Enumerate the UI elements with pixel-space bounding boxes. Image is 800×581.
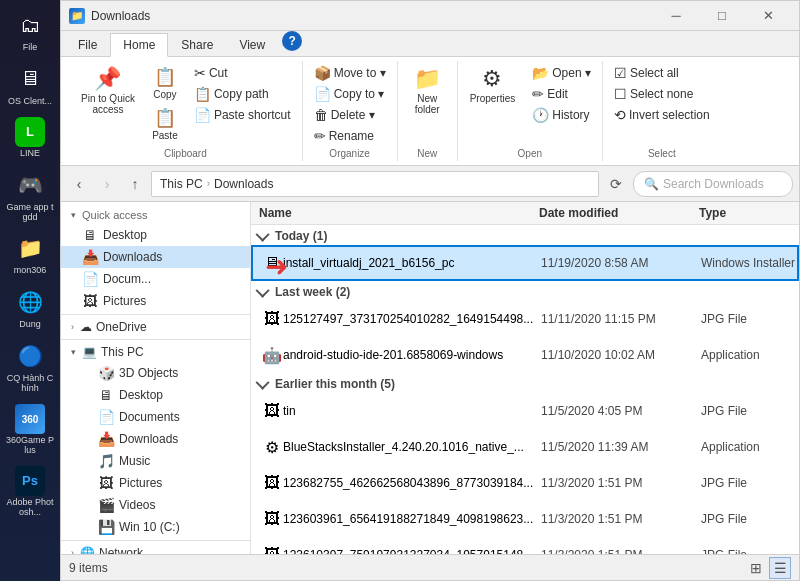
sidebar-item-3d-objects[interactable]: 🎲 3D Objects bbox=[61, 362, 250, 384]
file-row-virtualdj[interactable]: 🖥 install_virtualdj_2021_b6156_pc 11/19/… bbox=[251, 245, 799, 281]
sidebar-item-pictures[interactable]: 🖼 Pictures bbox=[61, 290, 250, 312]
forward-button[interactable]: › bbox=[95, 172, 119, 196]
sidebar-item-desktop[interactable]: 🖥 Desktop bbox=[61, 224, 250, 246]
copy-path-button[interactable]: 📋 Copy path bbox=[189, 84, 296, 104]
address-path[interactable]: This PC › Downloads bbox=[151, 171, 599, 197]
file-row-bluestacks[interactable]: ⚙ BlueStacksInstaller_4.240.20.1016_nati… bbox=[251, 429, 799, 465]
edit-label: Edit bbox=[547, 87, 568, 101]
tab-view[interactable]: View bbox=[226, 33, 278, 56]
mon306-icon: 📁 bbox=[14, 232, 46, 264]
properties-button[interactable]: ⚙ Properties bbox=[464, 63, 522, 107]
help-button[interactable]: ? bbox=[282, 31, 302, 51]
img2-name: 123682755_462662568043896_8773039184... bbox=[283, 476, 541, 490]
android-studio-name: android-studio-ide-201.6858069-windows bbox=[283, 348, 541, 362]
move-to-button[interactable]: 📦 Move to ▾ bbox=[309, 63, 391, 83]
view-details-button[interactable]: ☰ bbox=[769, 557, 791, 579]
group-earlier-month: Earlier this month (5) bbox=[251, 373, 799, 393]
edit-button[interactable]: ✏ Edit bbox=[527, 84, 596, 104]
onedrive-header[interactable]: › ☁ OneDrive bbox=[61, 317, 250, 337]
file-row-tin[interactable]: 🖼 tin 11/5/2020 4:05 PM JPG File 29 K bbox=[251, 393, 799, 429]
minimize-button[interactable]: ─ bbox=[653, 1, 699, 31]
search-icon: 🔍 bbox=[644, 177, 659, 191]
paste-button[interactable]: 📋 Paste bbox=[145, 104, 185, 144]
column-date[interactable]: Date modified bbox=[539, 206, 699, 220]
open-label: Open ▾ bbox=[552, 66, 591, 80]
copy-icon: 📋 bbox=[154, 66, 176, 88]
sidebar-label-desktop: Desktop bbox=[103, 228, 242, 242]
open-button[interactable]: 📂 Open ▾ bbox=[527, 63, 596, 83]
organize-group-label: Organize bbox=[329, 146, 370, 159]
breadcrumb-item-this-pc[interactable]: This PC bbox=[160, 177, 203, 191]
sidebar-item-music[interactable]: 🎵 Music bbox=[61, 450, 250, 472]
taskbar-item-line[interactable]: L LINE bbox=[3, 113, 57, 163]
copy-path-label: Copy path bbox=[214, 87, 269, 101]
taskbar-item-mon306[interactable]: 📁 mon306 bbox=[3, 228, 57, 280]
file-row-img2[interactable]: 🖼 123682755_462662568043896_8773039184..… bbox=[251, 465, 799, 501]
clipboard-group-label: Clipboard bbox=[164, 146, 207, 159]
quick-access-label: Quick access bbox=[82, 209, 147, 221]
paste-shortcut-button[interactable]: 📄 Paste shortcut bbox=[189, 105, 296, 125]
rename-icon: ✏ bbox=[314, 128, 326, 144]
this-pc-header[interactable]: ▾ 💻 This PC bbox=[61, 342, 250, 362]
sidebar-item-pictures2[interactable]: 🖼 Pictures bbox=[61, 472, 250, 494]
file-row-img4[interactable]: 🖼 123610397_759197931327034_1957915148..… bbox=[251, 537, 799, 554]
taskbar-label-adobe: Adobe Photosh... bbox=[5, 498, 55, 518]
new-buttons: 📁 Newfolder bbox=[407, 63, 447, 146]
refresh-button[interactable]: ⟳ bbox=[603, 171, 629, 197]
view-buttons: ⊞ ☰ bbox=[745, 557, 791, 579]
maximize-button[interactable]: □ bbox=[699, 1, 745, 31]
tin-type: JPG File bbox=[701, 404, 799, 418]
sidebar-item-videos[interactable]: 🎬 Videos bbox=[61, 494, 250, 516]
copy-button[interactable]: 📋 Copy bbox=[145, 63, 185, 103]
sidebar-item-documents2[interactable]: 📄 Documents bbox=[61, 406, 250, 428]
tab-file[interactable]: File bbox=[65, 33, 110, 56]
taskbar-item-cqhc[interactable]: 🔵 CQ Hành Chính bbox=[3, 336, 57, 398]
view-list-button[interactable]: ⊞ bbox=[745, 557, 767, 579]
taskbar-label-mon306: mon306 bbox=[14, 266, 47, 276]
taskbar-item-osclient[interactable]: 🖥 OS Clent... bbox=[3, 59, 57, 111]
search-box[interactable]: 🔍 Search Downloads bbox=[633, 171, 793, 197]
breadcrumb-item-downloads[interactable]: Downloads bbox=[214, 177, 273, 191]
taskbar-item-adobe[interactable]: Ps Adobe Photosh... bbox=[3, 462, 57, 522]
properties-label: Properties bbox=[470, 93, 516, 104]
back-button[interactable]: ‹ bbox=[67, 172, 91, 196]
sidebar-label-music: Music bbox=[119, 454, 242, 468]
column-type[interactable]: Type bbox=[699, 206, 799, 220]
file-row-android-studio[interactable]: 🤖 android-studio-ide-201.6858069-windows… bbox=[251, 337, 799, 373]
sidebar-item-downloads2[interactable]: 📥 Downloads bbox=[61, 428, 250, 450]
group-last-week: Last week (2) bbox=[251, 281, 799, 301]
network-header[interactable]: › 🌐 Network bbox=[61, 543, 250, 554]
new-folder-icon: 📁 bbox=[414, 66, 441, 92]
file-row-img3[interactable]: 🖼 123603961_656419188271849_4098198623..… bbox=[251, 501, 799, 537]
taskbar-item-360game[interactable]: 360 360Game Plus bbox=[3, 400, 57, 460]
pictures-icon: 🖼 bbox=[81, 293, 99, 309]
taskbar-item-dung[interactable]: 🌐 Dung bbox=[3, 282, 57, 334]
select-none-button[interactable]: ☐ Select none bbox=[609, 84, 715, 104]
quick-access-header[interactable]: ▾ Quick access bbox=[61, 206, 250, 224]
tab-home[interactable]: Home bbox=[110, 33, 168, 57]
column-name[interactable]: Name bbox=[259, 206, 539, 220]
file-list-header: Name Date modified Type Size bbox=[251, 202, 799, 225]
rename-button[interactable]: ✏ Rename bbox=[309, 126, 391, 146]
paste-icon: 📋 bbox=[154, 107, 176, 129]
pin-quick-access-button[interactable]: 📌 Pin to Quickaccess bbox=[75, 63, 141, 118]
close-button[interactable]: ✕ bbox=[745, 1, 791, 31]
up-button[interactable]: ↑ bbox=[123, 172, 147, 196]
taskbar-item-file[interactable]: 🗂 File bbox=[3, 5, 57, 57]
sidebar-item-downloads[interactable]: 📥 Downloads bbox=[61, 246, 250, 268]
sidebar-item-windows-c[interactable]: 💾 Win 10 (C:) bbox=[61, 516, 250, 538]
tin-icon: 🖼 bbox=[261, 402, 283, 420]
copy-to-button[interactable]: 📄 Copy to ▾ bbox=[309, 84, 391, 104]
file-row-img1[interactable]: 🖼 125127497_373170254010282_1649154498..… bbox=[251, 301, 799, 337]
select-all-button[interactable]: ☑ Select all bbox=[609, 63, 715, 83]
history-button[interactable]: 🕐 History bbox=[527, 105, 596, 125]
sidebar-item-documents[interactable]: 📄 Docum... bbox=[61, 268, 250, 290]
cut-button[interactable]: ✂ Cut bbox=[189, 63, 296, 83]
new-folder-button[interactable]: 📁 Newfolder bbox=[407, 63, 447, 118]
taskbar-item-gameapp[interactable]: 🎮 Game app tgdd bbox=[3, 165, 57, 227]
this-pc-expander: ▾ bbox=[69, 347, 78, 357]
invert-selection-button[interactable]: ⟲ Invert selection bbox=[609, 105, 715, 125]
tab-share[interactable]: Share bbox=[168, 33, 226, 56]
sidebar-item-desktop2[interactable]: 🖥 Desktop bbox=[61, 384, 250, 406]
delete-button[interactable]: 🗑 Delete ▾ bbox=[309, 105, 391, 125]
